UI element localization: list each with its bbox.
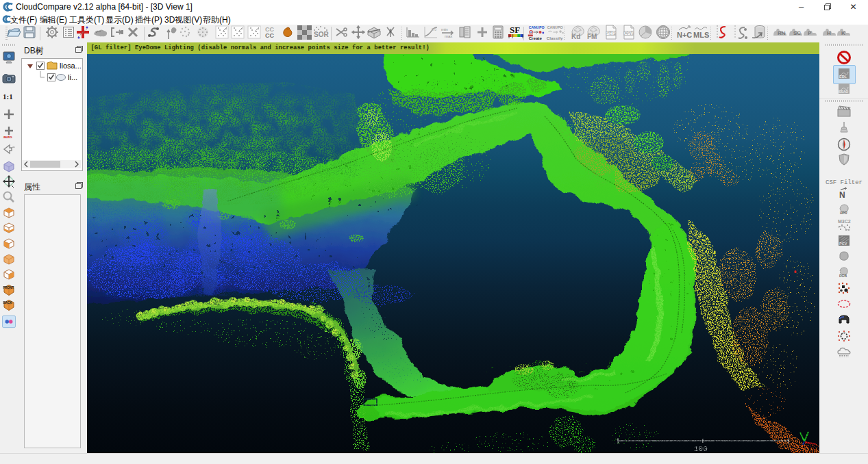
svg-text:PCV: PCV	[839, 242, 847, 246]
svg-text:K: K	[841, 30, 845, 36]
svg-text:FM: FM	[587, 33, 597, 40]
svg-text:MLS: MLS	[693, 31, 709, 39]
svg-text:SOR: SOR	[314, 31, 329, 38]
svg-text:0.0: 0.0	[432, 27, 436, 31]
svg-text:CSV: CSV	[624, 31, 634, 36]
svg-text:max: max	[445, 34, 452, 38]
svg-text:FRONT: FRONT	[3, 286, 14, 289]
svg-text:EDL: EDL	[839, 75, 847, 79]
svg-text:N: N	[839, 190, 845, 200]
svg-text:liosa...: liosa...	[60, 62, 81, 70]
svg-text:RN: RN	[778, 30, 786, 36]
svg-text:SHP: SHP	[606, 31, 616, 36]
svg-text:Kd: Kd	[571, 33, 580, 40]
svg-text:CANUPO: CANUPO	[547, 25, 563, 29]
svg-text:RGB: RGB	[839, 274, 847, 278]
svg-text:H: H	[827, 30, 831, 36]
svg-text:Classify: Classify	[547, 36, 563, 40]
svg-text:BACK: BACK	[3, 301, 12, 305]
svg-text:auto: auto	[3, 135, 12, 139]
svg-text:CC: CC	[265, 32, 274, 39]
svg-text:100: 100	[694, 445, 708, 453]
svg-text:CANUPO: CANUPO	[529, 25, 545, 29]
svg-text:SSAO: SSAO	[839, 90, 848, 94]
svg-text:HPR: HPR	[840, 211, 847, 215]
svg-text:SF: SF	[510, 25, 520, 35]
svg-text:li...: li...	[68, 73, 77, 81]
svg-text:SC: SC	[793, 30, 801, 36]
svg-text:N+C: N+C	[677, 31, 692, 39]
svg-text:Create: Create	[529, 36, 543, 40]
svg-text:P: P	[808, 30, 812, 36]
svg-text:1:1: 1:1	[3, 92, 13, 101]
svg-text:min: min	[441, 27, 448, 31]
svg-text:M3C2: M3C2	[838, 219, 851, 224]
